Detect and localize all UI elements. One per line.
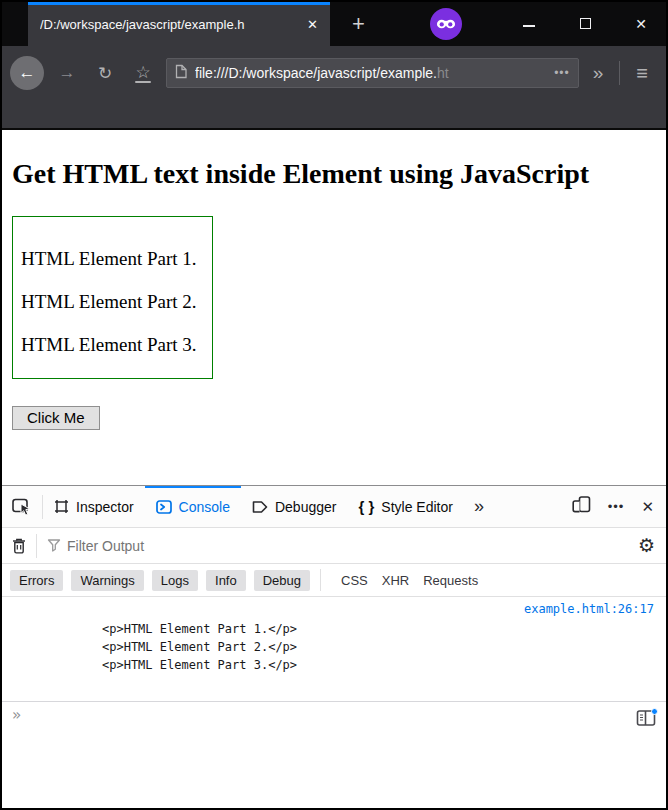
split-editor-icon [636,708,658,727]
tab-bar: /D:/workspace/javascript/example.h ✕ + ✕ [2,2,666,46]
hamburger-menu-icon[interactable]: ≡ [626,62,658,85]
element-picker-button[interactable] [2,498,42,516]
tab-title: /D:/workspace/javascript/example.h [40,17,297,32]
filter-logs-button[interactable]: Logs [152,570,198,591]
filter-output-input[interactable] [67,538,627,554]
clear-console-button[interactable] [2,538,36,554]
console-log-text: <p>HTML Element Part 1.</p> <p>HTML Elem… [102,620,666,674]
page-actions-icon[interactable]: ••• [546,66,570,80]
console-prompt-chevron-icon: » [12,708,21,723]
library-button[interactable]: ☆ [124,63,162,83]
filter-xhr-button[interactable]: XHR [382,573,409,588]
back-icon: ← [19,63,36,83]
toolbar-separator [36,534,37,558]
paragraph-part-1: HTML Element Part 1. [21,248,204,270]
devtools-meatball-menu-icon[interactable]: ••• [608,499,625,514]
tab-label: Inspector [76,499,134,515]
new-tab-button[interactable]: + [344,11,373,37]
navigation-toolbar: ← → ↻ ☆ file:///D:/workspace/javascript/… [2,46,666,128]
filter-errors-button[interactable]: Errors [10,570,63,591]
html-element-box: HTML Element Part 1. HTML Element Part 2… [12,216,213,379]
editor-mode-toggle-button[interactable] [636,708,658,731]
console-input-row[interactable]: » [2,701,666,735]
filter-css-button[interactable]: CSS [341,573,368,588]
url-bar[interactable]: file:///D:/workspace/javascript/example.… [166,58,579,88]
console-log-message: example.html:26:17 <p>HTML Element Part … [2,597,666,674]
filter-info-button[interactable]: Info [206,570,246,591]
overflow-menu-icon[interactable]: » [583,62,614,84]
responsive-design-icon [572,496,591,513]
maximize-icon [580,18,591,29]
click-me-button[interactable]: Click Me [12,406,100,430]
filter-debug-button[interactable]: Debug [254,570,310,591]
responsive-design-mode-button[interactable] [572,496,591,517]
private-browsing-mask-icon [430,8,462,40]
console-settings-gear-icon[interactable]: ⚙ [627,536,666,555]
tab-inspector[interactable]: Inspector [43,486,145,527]
tab-console[interactable]: Console [145,486,241,527]
url-text-faded: ht [437,65,449,81]
tab-label: Style Editor [381,499,453,515]
debugger-icon [252,500,268,514]
console-icon [156,500,172,514]
paragraph-part-3: HTML Element Part 3. [21,334,204,356]
element-picker-icon [12,498,32,516]
tab-close-icon[interactable]: ✕ [303,15,322,34]
library-star-icon: ☆ [135,64,150,83]
source-location-link[interactable]: example.html:26:17 [2,602,666,616]
console-filter-buttons-row: Errors Warnings Logs Info Debug CSS XHR … [2,564,666,597]
browser-tab[interactable]: /D:/workspace/javascript/example.h ✕ [28,2,330,46]
page-content: Get HTML text inside Element using JavaS… [2,128,666,485]
toolbar-separator [320,569,321,591]
page-doc-icon [175,64,187,83]
paragraph-part-2: HTML Element Part 2. [21,291,204,313]
url-text: file:///D:/workspace/javascript/example. [195,65,437,81]
forward-button[interactable]: → [48,63,86,83]
browser-window: /D:/workspace/javascript/example.h ✕ + ✕… [0,0,668,810]
page-title: Get HTML text inside Element using JavaS… [12,158,656,190]
inspector-icon [54,499,69,514]
tab-label: Console [179,499,230,515]
trash-icon [12,538,26,554]
tab-label: Debugger [275,499,337,515]
back-button[interactable]: ← [10,56,44,90]
tabbar-spacer [373,2,430,46]
maximize-button[interactable] [570,16,600,32]
console-empty-space[interactable] [2,735,666,808]
console-gap [2,674,666,701]
devtools-toolbar: Inspector Console Debugger { } Style Edi… [2,486,666,528]
filter-warnings-button[interactable]: Warnings [71,570,143,591]
minimize-icon [523,25,535,27]
tab-debugger[interactable]: Debugger [241,486,348,527]
style-editor-braces-icon: { } [358,498,374,515]
toolbar-separator [619,61,620,85]
reload-button[interactable]: ↻ [86,63,124,84]
filter-funnel-icon [47,539,61,552]
tab-style-editor[interactable]: { } Style Editor [347,486,463,527]
console-filter-row: ⚙ [2,528,666,564]
filter-requests-button[interactable]: Requests [423,573,478,588]
devtools-close-icon[interactable]: ✕ [641,498,654,516]
more-tabs-chevron-icon[interactable]: » [464,496,494,517]
minimize-button[interactable] [514,16,544,32]
window-close-button[interactable]: ✕ [626,16,656,32]
devtools-panel: Inspector Console Debugger { } Style Edi… [2,485,666,808]
console-output-area: example.html:26:17 <p>HTML Element Part … [2,597,666,808]
